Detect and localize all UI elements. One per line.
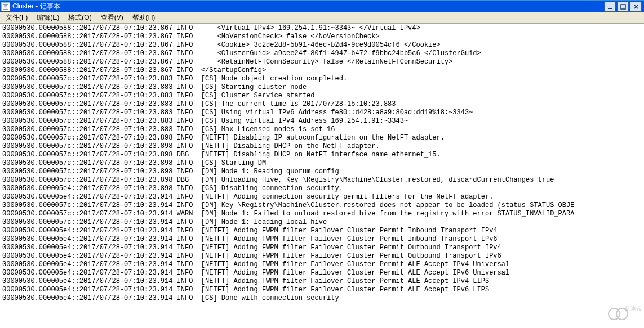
log-line: 00000530.0000057c::2017/07/28-07:10:23.8…: [2, 142, 642, 151]
log-line: 00000530.00000588::2017/07/28-07:10:23.8…: [2, 24, 642, 33]
minimize-button[interactable]: [604, 2, 616, 12]
log-line: 00000530.00000588::2017/07/28-07:10:23.8…: [2, 41, 642, 50]
log-line: 00000530.000005e4::2017/07/28-07:10:23.9…: [2, 227, 642, 235]
log-line: 00000530.0000057c::2017/07/28-07:10:23.8…: [2, 125, 642, 134]
text-area[interactable]: 00000530.00000588::2017/07/28-07:10:23.8…: [0, 24, 644, 328]
log-line: 00000530.00000588::2017/07/28-07:10:23.8…: [2, 66, 642, 75]
menu-help[interactable]: 帮助(H): [128, 12, 160, 24]
log-line: 00000530.0000057c::2017/07/28-07:10:23.8…: [2, 168, 642, 176]
log-line: 00000530.000005e4::2017/07/28-07:10:23.8…: [2, 185, 642, 193]
log-line: 00000530.0000057c::2017/07/28-07:10:23.9…: [2, 210, 642, 218]
log-line: 00000530.0000057c::2017/07/28-07:10:23.8…: [2, 100, 642, 109]
log-line: 00000530.000005e4::2017/07/28-07:10:23.9…: [2, 294, 642, 303]
log-line: 00000530.000005e4::2017/07/28-07:10:23.9…: [2, 260, 642, 269]
menubar: 文件(F) 编辑(E) 格式(O) 查看(V) 帮助(H): [0, 12, 644, 24]
menu-format[interactable]: 格式(O): [64, 12, 96, 24]
log-line: 00000530.0000057c::2017/07/28-07:10:23.8…: [2, 117, 642, 125]
app-icon: [1, 2, 10, 11]
log-line: 00000530.0000057c::2017/07/28-07:10:23.8…: [2, 109, 642, 117]
log-line: 00000530.000005e4::2017/07/28-07:10:23.9…: [2, 244, 642, 252]
log-line: 00000530.0000057c::2017/07/28-07:10:23.9…: [2, 201, 642, 210]
log-line: 00000530.0000057c::2017/07/28-07:10:23.8…: [2, 75, 642, 83]
log-line: 00000530.0000057c::2017/07/28-07:10:23.8…: [2, 176, 642, 185]
log-line: 00000530.0000057c::2017/07/28-07:10:23.8…: [2, 151, 642, 159]
log-line: 00000530.0000057c::2017/07/28-07:10:23.9…: [2, 218, 642, 227]
menu-edit[interactable]: 编辑(E): [32, 12, 64, 24]
log-line: 00000530.00000588::2017/07/28-07:10:23.8…: [2, 33, 642, 41]
menu-file[interactable]: 文件(F): [1, 12, 32, 24]
titlebar: Cluster - 记事本: [0, 0, 644, 12]
maximize-button[interactable]: [617, 2, 629, 12]
log-line: 00000530.000005e4::2017/07/28-07:10:23.9…: [2, 277, 642, 286]
log-line: 00000530.0000057c::2017/07/28-07:10:23.8…: [2, 92, 642, 100]
svg-rect-4: [608, 8, 612, 9]
log-line: 00000530.000005e4::2017/07/28-07:10:23.9…: [2, 193, 642, 201]
log-line: 00000530.0000057c::2017/07/28-07:10:23.8…: [2, 159, 642, 168]
window-controls: [604, 2, 643, 12]
log-line: 00000530.0000057c::2017/07/28-07:10:23.8…: [2, 83, 642, 92]
log-line: 00000530.000005e4::2017/07/28-07:10:23.9…: [2, 235, 642, 244]
log-line: 00000530.00000588::2017/07/28-07:10:23.8…: [2, 58, 642, 66]
log-line: 00000530.0000057c::2017/07/28-07:10:23.8…: [2, 134, 642, 142]
log-line: 00000530.00000588::2017/07/28-07:10:23.8…: [2, 50, 642, 58]
close-button[interactable]: [630, 2, 642, 12]
menu-view[interactable]: 查看(V): [96, 12, 128, 24]
log-line: 00000530.000005e4::2017/07/28-07:10:23.9…: [2, 286, 642, 294]
svg-rect-5: [621, 5, 625, 9]
window-title: Cluster - 记事本: [12, 2, 60, 11]
log-line: 00000530.000005e4::2017/07/28-07:10:23.9…: [2, 252, 642, 260]
log-line: 00000530.000005e4::2017/07/28-07:10:23.9…: [2, 269, 642, 277]
